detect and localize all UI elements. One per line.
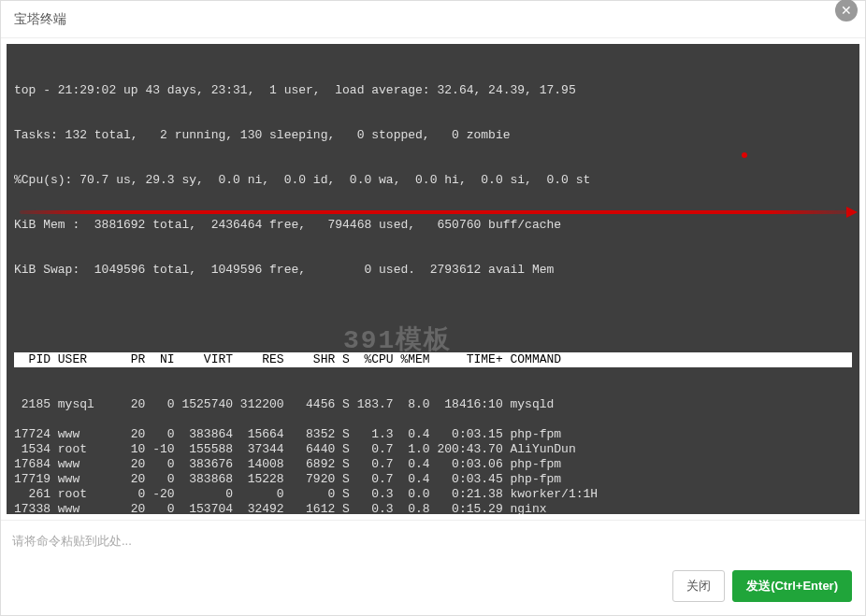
command-input-area — [1, 520, 865, 561]
watermark-text: 391模板 — [343, 334, 452, 349]
process-row: 17719 www 20 0 383868 15228 7920 S 0.7 0… — [14, 472, 852, 487]
modal-title: 宝塔终端 — [14, 11, 66, 28]
process-row: 17724 www 20 0 383864 15664 8352 S 1.3 0… — [14, 427, 852, 442]
process-rows: 2185 mysql 20 0 1525740 312200 4456 S 18… — [14, 397, 852, 514]
process-row — [14, 412, 852, 427]
top-swap-line: KiB Swap: 1049596 total, 1049596 free, 0… — [14, 263, 852, 278]
modal-header: 宝塔终端 ✕ — [1, 1, 865, 38]
top-summary-line: top - 21:29:02 up 43 days, 23:31, 1 user… — [14, 83, 852, 98]
process-row: 1534 root 10 -10 155588 37344 6440 S 0.7… — [14, 442, 852, 457]
process-header-row: PID USER PR NI VIRT RES SHR S %CPU %MEM … — [14, 352, 852, 367]
top-cpu-line: %Cpu(s): 70.7 us, 29.3 sy, 0.0 ni, 0.0 i… — [14, 173, 852, 188]
terminal-output[interactable]: top - 21:29:02 up 43 days, 23:31, 1 user… — [7, 44, 859, 514]
send-button[interactable]: 发送(Ctrl+Enter) — [732, 570, 852, 602]
process-row: 261 root 0 -20 0 0 0 S 0.3 0.0 0:21.38 k… — [14, 487, 852, 502]
close-button[interactable]: 关闭 — [672, 570, 725, 602]
terminal-modal: 宝塔终端 ✕ top - 21:29:02 up 43 days, 23:31,… — [0, 0, 866, 616]
top-tasks-line: Tasks: 132 total, 2 running, 130 sleepin… — [14, 128, 852, 143]
blank-line — [14, 308, 852, 322]
close-icon[interactable]: ✕ — [835, 0, 858, 21]
top-mem-line: KiB Mem : 3881692 total, 2436464 free, 7… — [14, 218, 852, 233]
annotation-dot — [742, 152, 747, 158]
process-row: 17684 www 20 0 383676 14008 6892 S 0.7 0… — [14, 457, 852, 472]
modal-footer: 关闭 发送(Ctrl+Enter) — [1, 561, 865, 615]
process-row: 17338 www 20 0 153704 32492 1612 S 0.3 0… — [14, 502, 852, 514]
annotation-underline — [20, 210, 852, 214]
process-row: 2185 mysql 20 0 1525740 312200 4456 S 18… — [14, 397, 852, 412]
annotation-arrow-icon — [846, 207, 858, 218]
command-input[interactable] — [10, 528, 856, 553]
